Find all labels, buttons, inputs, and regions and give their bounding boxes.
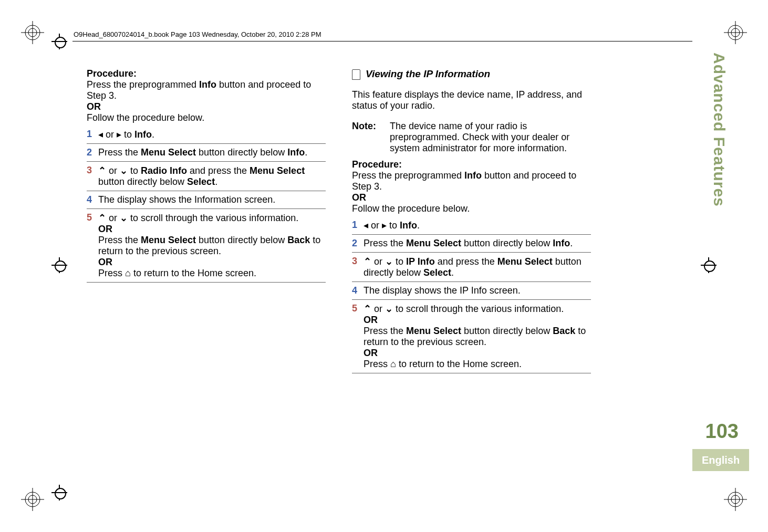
menu-select: Select: [423, 267, 451, 278]
right-arrow-icon: [117, 129, 121, 140]
or-label: OR: [98, 224, 112, 234]
text: or: [371, 304, 385, 314]
note-block: Note: The device name of your radio is p…: [352, 121, 591, 154]
step-2: 2 Press the Menu Select button directly …: [352, 238, 591, 253]
step-1: 1 or to Info.: [87, 129, 326, 144]
step-2: 2 Press the Menu Select button directly …: [87, 147, 326, 162]
text: to: [121, 129, 134, 140]
step-text: The display shows the IP Info screen.: [364, 285, 587, 296]
text: to: [387, 220, 400, 231]
note-body: The device name of your radio is preprog…: [390, 121, 584, 154]
procedure-label: Procedure:: [352, 159, 402, 170]
text: .: [451, 267, 454, 278]
home-icon: ⌂: [125, 268, 131, 278]
section-title-vertical: Advanced Features: [710, 53, 728, 221]
menu-select: Select: [187, 176, 215, 187]
language-badge: English: [692, 449, 749, 471]
registration-mark-icon: [724, 21, 747, 44]
procedure-steps: 1 or to Info. 2 Press the Menu Select bu…: [352, 220, 591, 373]
info-button-ref: Info: [199, 79, 216, 90]
crosshair-icon: [51, 257, 67, 273]
info-button-ref: Info: [464, 170, 482, 181]
note-label: Note:: [352, 121, 380, 154]
or-label: OR: [98, 257, 112, 267]
step-4: 4The display shows the Information scree…: [87, 194, 326, 209]
text: Press the: [98, 147, 141, 158]
text: Press the: [364, 238, 406, 248]
intro-text: This feature displays the device name, I…: [352, 89, 591, 111]
registration-mark-icon: [21, 21, 44, 44]
step-3: 3 or to IP Info and press the Menu Selec…: [352, 256, 591, 282]
text: or: [106, 165, 120, 176]
menu-radio-info: Radio Info: [141, 165, 187, 176]
procedure-text: Press the preprogrammed Info button and …: [87, 79, 311, 101]
text: .: [215, 176, 217, 187]
text: to return to the Home screen.: [396, 359, 522, 369]
text: to return to the Home screen.: [131, 268, 256, 278]
or-label: OR: [364, 315, 378, 325]
menu-select-ref: Menu Select: [141, 147, 196, 158]
step-5: 5 or to scroll through the various infor…: [87, 212, 326, 283]
menu-select-ref: Menu Select: [141, 235, 196, 245]
text: to: [128, 165, 141, 176]
menu-back: Back: [287, 235, 310, 245]
crosshair-icon: [51, 485, 67, 500]
text: Press: [98, 268, 125, 278]
up-arrow-icon: [364, 304, 371, 314]
or-label: OR: [364, 348, 378, 358]
menu-info: Info: [134, 129, 152, 140]
menu-select-ref: Menu Select: [497, 256, 553, 267]
page-number: 103: [701, 420, 739, 443]
text: to: [393, 256, 406, 267]
heading-text: Viewing the IP Information: [366, 68, 490, 80]
up-arrow-icon: [98, 213, 106, 223]
procedure-steps: 1 or to Info. 2 Press the Menu Select bu…: [87, 129, 326, 283]
home-icon: ⌂: [390, 359, 396, 369]
menu-info: Info: [553, 238, 570, 248]
up-arrow-icon: [98, 165, 106, 176]
text: Press: [364, 359, 390, 369]
down-arrow-icon: [120, 213, 128, 223]
menu-back: Back: [553, 326, 575, 336]
procedure-alt: Follow the procedure below.: [87, 112, 204, 123]
text: to scroll through the various informatio…: [393, 304, 564, 314]
text: to scroll through the various informatio…: [128, 213, 298, 223]
text: Press the: [364, 326, 406, 336]
down-arrow-icon: [385, 256, 393, 267]
text: Press the: [98, 235, 141, 245]
left-column: Procedure: Press the preprogrammed Info …: [87, 68, 326, 446]
text: .: [305, 147, 307, 158]
text: Press the preprogrammed: [352, 170, 464, 181]
down-arrow-icon: [120, 165, 128, 176]
right-arrow-icon: [382, 220, 387, 231]
menu-info: Info: [287, 147, 305, 158]
text: button directly below: [98, 176, 187, 187]
menu-info: Info: [400, 220, 417, 231]
page-icon: [352, 69, 360, 80]
text: and press the: [435, 256, 497, 267]
menu-select-ref: Menu Select: [406, 238, 461, 248]
text: button directly below: [461, 326, 553, 336]
text: .: [152, 129, 154, 140]
crosshair-icon: [51, 34, 67, 49]
step-3: 3 or to Radio Info and press the Menu Se…: [87, 165, 326, 191]
down-arrow-icon: [385, 304, 393, 314]
procedure-alt: Follow the procedure below.: [352, 203, 470, 214]
step-5: 5 or to scroll through the various infor…: [352, 303, 591, 373]
or-label: OR: [352, 192, 366, 203]
step-1: 1 or to Info.: [352, 220, 591, 235]
menu-select-ref: Menu Select: [406, 326, 461, 336]
text: or: [371, 256, 385, 267]
step-text: The display shows the Information screen…: [98, 194, 321, 205]
text: .: [417, 220, 420, 231]
procedure-block: Procedure: Press the preprogrammed Info …: [352, 159, 591, 214]
text: button directly below: [461, 238, 553, 248]
text: or: [368, 220, 382, 231]
text: or: [106, 213, 120, 223]
registration-mark-icon: [724, 488, 747, 511]
registration-mark-icon: [21, 488, 44, 511]
menu-select-ref: Menu Select: [250, 165, 305, 176]
page-content: Procedure: Press the preprogrammed Info …: [87, 68, 591, 446]
up-arrow-icon: [364, 256, 371, 267]
text: .: [570, 238, 573, 248]
